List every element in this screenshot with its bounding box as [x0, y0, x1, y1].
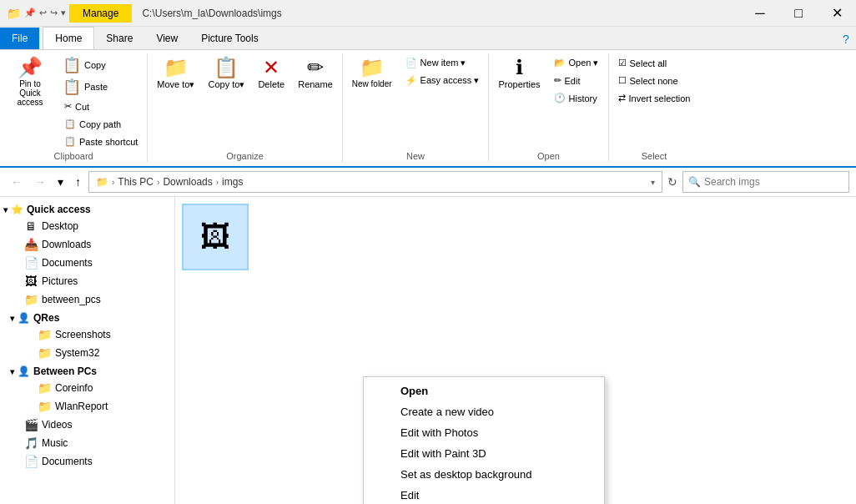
- sidebar-item-desktop[interactable]: 🖥 Desktop: [0, 217, 174, 235]
- paste-shortcut-button[interactable]: 📋 Paste shortcut: [58, 134, 144, 149]
- move-icon: 📁: [164, 58, 189, 78]
- help-button[interactable]: ?: [836, 29, 856, 49]
- sidebar-item-documents[interactable]: 📄 Documents: [0, 254, 174, 272]
- clipboard-label: Clipboard: [3, 151, 144, 163]
- back-button[interactable]: ←: [7, 173, 27, 191]
- title-bar-left: 📁 📌 ↩ ↪ ▾ Manage C:\Users\m_la\Downloads…: [7, 4, 282, 23]
- ctx-set-desktop[interactable]: Set as desktop background: [364, 464, 604, 485]
- ctx-edit-photos[interactable]: Edit with Photos: [364, 422, 604, 443]
- minimize-button[interactable]: ─: [741, 0, 779, 27]
- sidebar-item-system32[interactable]: 📁 System32: [0, 344, 174, 362]
- invert-selection-button[interactable]: ⇄ Invert selection: [612, 90, 697, 106]
- sidebar-item-coreinfo[interactable]: 📁 Coreinfo: [0, 379, 174, 397]
- rename-button[interactable]: ✏ Rename: [292, 55, 339, 92]
- ribbon-group-new: 📁 New folder 📄 New item ▾ ⚡ Easy access …: [343, 53, 490, 163]
- search-bar[interactable]: 🔍: [682, 171, 849, 193]
- window-controls: ─ □ ✕: [741, 0, 856, 27]
- sidebar-item-music[interactable]: 🎵 Music: [0, 434, 174, 452]
- tab-file[interactable]: File: [0, 28, 39, 49]
- delete-button[interactable]: ✕ Delete: [252, 55, 290, 92]
- cut-button[interactable]: ✂ Cut: [58, 98, 144, 114]
- ctx-create-video[interactable]: Create a new video: [364, 401, 604, 422]
- tab-picture-tools[interactable]: Picture Tools: [189, 28, 269, 49]
- open-button[interactable]: 📂 Open ▾: [548, 55, 605, 71]
- sidebar-item-documents2[interactable]: 📄 Documents: [0, 452, 174, 471]
- select-all-icon: ☑: [618, 58, 627, 68]
- tab-home[interactable]: Home: [43, 27, 94, 49]
- organize-content: 📁 Move to▾ 📋 Copy to▾ ✕ Delete ✏ Rename: [151, 55, 338, 149]
- breadcrumb-downloads[interactable]: Downloads: [163, 176, 212, 188]
- address-bar[interactable]: 📁 › This PC › Downloads › imgs ▾: [88, 171, 662, 193]
- copy-to-button[interactable]: 📋 Copy to▾: [202, 55, 250, 93]
- videos-icon: 🎬: [23, 418, 38, 431]
- copy-path-icon: 📋: [64, 118, 76, 129]
- file-area[interactable]: 🖼 Open Create a new video Edit with Phot…: [175, 197, 856, 504]
- sidebar-item-between-pcs[interactable]: ▾ 👤 Between PCs: [0, 362, 174, 379]
- recent-locations-button[interactable]: ▾: [53, 173, 68, 191]
- select-content: ☑ Select all ☐ Select none ⇄ Invert sele…: [612, 55, 697, 149]
- paste-button[interactable]: 📋 Paste: [58, 77, 144, 97]
- new-item-button[interactable]: 📄 New item ▾: [400, 55, 486, 71]
- select-none-button[interactable]: ☐ Select none: [612, 73, 697, 88]
- ctx-edit[interactable]: Edit: [364, 485, 604, 504]
- sidebar-item-downloads[interactable]: 📥 Downloads: [0, 235, 174, 254]
- documents2-icon: 📄: [23, 455, 38, 468]
- delete-icon: ✕: [263, 58, 279, 78]
- ctx-edit-paint3d[interactable]: Edit with Paint 3D: [364, 443, 604, 464]
- pin-to-quick-access-button[interactable]: 📌 Pin to Quick access: [3, 55, 57, 109]
- sidebar-item-screenshots[interactable]: 📁 Screenshots: [0, 325, 174, 344]
- tab-view[interactable]: View: [144, 28, 189, 49]
- sidebar-item-quick-access[interactable]: ▾ ⭐ Quick access: [0, 200, 174, 217]
- ribbon-group-clipboard: 📌 Pin to Quick access 📋 Copy 📋 Paste ✂ C…: [0, 53, 148, 163]
- ribbon-tabs: File Home Share View Picture Tools ?: [0, 27, 856, 50]
- clipboard-content: 📌 Pin to Quick access 📋 Copy 📋 Paste ✂ C…: [3, 55, 144, 149]
- edit-button[interactable]: ✏ Edit: [548, 73, 605, 88]
- context-menu: Open Create a new video Edit with Photos…: [363, 376, 605, 504]
- history-button[interactable]: 🕐 History: [548, 90, 605, 106]
- properties-button[interactable]: ℹ Properties: [492, 55, 546, 92]
- breadcrumb-this-pc[interactable]: This PC: [118, 176, 154, 188]
- tab-share[interactable]: Share: [94, 28, 144, 49]
- up-button[interactable]: ↑: [71, 173, 85, 191]
- breadcrumb-imgs[interactable]: imgs: [222, 176, 243, 188]
- copy-path-button[interactable]: 📋 Copy path: [58, 116, 144, 132]
- sidebar: ▾ ⭐ Quick access 🖥 Desktop 📥 Downloads 📄…: [0, 197, 175, 504]
- select-none-icon: ☐: [618, 75, 627, 86]
- move-to-button[interactable]: 📁 Move to▾: [151, 55, 200, 93]
- open-items: 📂 Open ▾ ✏ Edit 🕐 History: [548, 55, 605, 106]
- quick-access-icon: 📌: [24, 8, 36, 18]
- system32-icon: 📁: [37, 346, 52, 360]
- properties-icon: ℹ: [516, 58, 523, 78]
- sidebar-item-qres[interactable]: ▾ 👤 QRes: [0, 309, 174, 325]
- manage-tab[interactable]: Manage: [69, 4, 132, 23]
- ribbon-group-select: ☑ Select all ☐ Select none ⇄ Invert sele…: [609, 53, 700, 163]
- screenshots-icon: 📁: [37, 328, 52, 341]
- close-button[interactable]: ✕: [818, 0, 856, 27]
- downloads-icon: 📥: [23, 238, 38, 251]
- select-all-button[interactable]: ☑ Select all: [612, 55, 697, 71]
- sidebar-item-between-pcs-folder[interactable]: 📁 between_pcs: [0, 290, 174, 309]
- maximize-button[interactable]: □: [779, 0, 818, 27]
- chevron-right-icon: ▾: [3, 205, 8, 214]
- new-items: 📄 New item ▾ ⚡ Easy access ▾: [400, 55, 486, 88]
- redo-icon: ↪: [50, 8, 58, 18]
- new-folder-icon: 📁: [360, 58, 385, 78]
- open-icon: 📂: [554, 58, 566, 68]
- ribbon-group-organize: 📁 Move to▾ 📋 Copy to▾ ✕ Delete ✏ Rename …: [148, 53, 342, 163]
- organize-label: Organize: [151, 151, 338, 163]
- sidebar-item-videos[interactable]: 🎬 Videos: [0, 416, 174, 434]
- sidebar-item-pictures[interactable]: 🖼 Pictures: [0, 272, 174, 290]
- search-input[interactable]: [704, 176, 843, 188]
- forward-button[interactable]: →: [30, 173, 50, 191]
- copy-button[interactable]: 📋 Copy: [58, 55, 144, 75]
- coreinfo-icon: 📁: [37, 381, 52, 395]
- edit-icon: ✏: [554, 75, 561, 86]
- easy-access-button[interactable]: ⚡ Easy access ▾: [400, 73, 486, 88]
- address-folder-icon: 📁: [96, 176, 108, 188]
- refresh-button[interactable]: ↻: [666, 174, 679, 190]
- sidebar-item-wlanreport[interactable]: 📁 WlanReport: [0, 397, 174, 416]
- ctx-open[interactable]: Open: [364, 381, 604, 401]
- selected-file-icon[interactable]: 🖼: [182, 204, 249, 270]
- new-folder-button[interactable]: 📁 New folder: [346, 55, 398, 91]
- desktop-icon: 🖥: [23, 219, 38, 233]
